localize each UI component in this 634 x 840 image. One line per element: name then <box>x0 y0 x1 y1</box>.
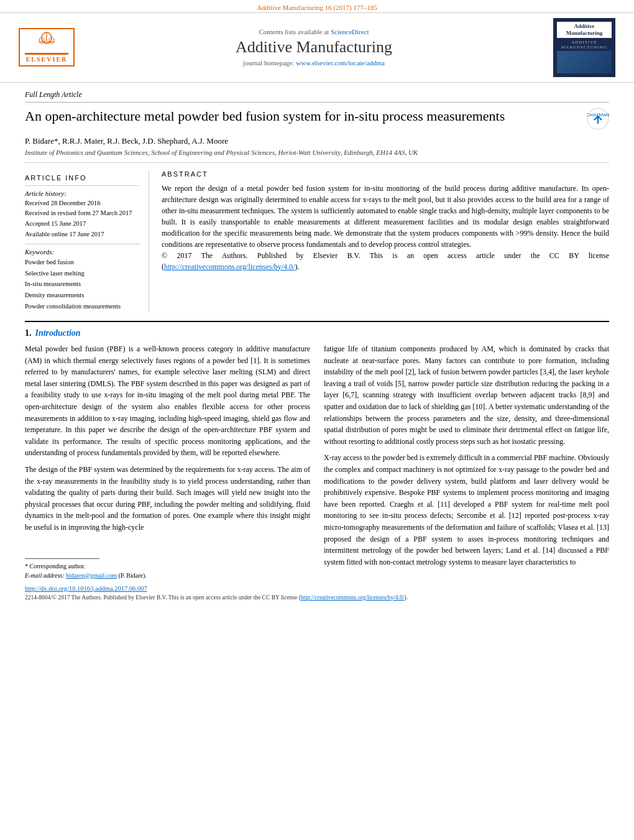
date-accepted: Accepted 15 June 2017 <box>25 219 140 229</box>
article-info-title: ARTICLE INFO <box>25 174 140 182</box>
copyright-line: 2214-8604/© 2017 The Authors. Published … <box>25 594 609 601</box>
footnote-area: * Corresponding author. E-mail address: … <box>25 558 310 580</box>
journal-reference: Additive Manufacturing 16 (2017) 177–185 <box>0 0 634 12</box>
email-link[interactable]: bidarep@gmail.com <box>66 572 117 579</box>
info-divider-2 <box>25 244 140 244</box>
keyword-5: Powder consolidation measurements <box>25 301 140 312</box>
keyword-3: In-situ measurements <box>25 279 140 290</box>
intro-section-number: 1. <box>25 328 32 338</box>
footnote-divider <box>25 558 99 559</box>
journal-header: ELSEVIER Contents lists available at Sci… <box>0 12 634 83</box>
keywords-label: Keywords: <box>25 248 140 256</box>
keyword-4: Density measurements <box>25 290 140 301</box>
crossmark-icon[interactable]: CrossMark <box>587 108 609 130</box>
article-type: Full Length Article <box>25 90 609 103</box>
intro-para-2: The design of the PBF system was determi… <box>25 464 310 533</box>
intro-para-3: fatigue life of titanium components prod… <box>324 343 609 447</box>
cc-license-link[interactable]: http://creativecommons.org/licenses/by/4… <box>164 262 295 271</box>
footnote-corresponding: * Corresponding author. E-mail address: … <box>25 561 310 580</box>
date-online: Available online 17 June 2017 <box>25 229 140 240</box>
article-dates: Received 28 December 2016 Received in re… <box>25 198 140 240</box>
article-title: An open-architecture metal powder bed fu… <box>25 108 577 126</box>
homepage-link[interactable]: www.elsevier.com/locate/addma <box>296 59 385 67</box>
journal-logo: AdditiveManufacturing ADDITIVEMANUFACTUR… <box>553 18 615 77</box>
sciencedirect-link[interactable]: ScienceDirect <box>331 28 369 35</box>
article-info-panel: ARTICLE INFO Article history: Received 2… <box>25 170 149 312</box>
journal-title: Additive Manufacturing <box>87 38 541 57</box>
intro-section-title: Introduction <box>35 328 81 338</box>
article-info-abstract: ARTICLE INFO Article history: Received 2… <box>25 170 609 312</box>
date-received: Received 28 December 2016 <box>25 198 140 209</box>
authors: P. Bidare*, R.R.J. Maier, R.J. Beck, J.D… <box>25 136 609 146</box>
keywords-list: Powder bed fusion Selective laser meltin… <box>25 257 140 312</box>
main-content: Full Length Article An open-architecture… <box>0 83 634 613</box>
copyright-link[interactable]: http://creativecommons.org/licenses/by/4… <box>301 594 405 601</box>
affiliation: Institute of Photonics and Quantum Scien… <box>25 149 609 163</box>
body-column-left: Metal powder bed fusion (PBF) is a well-… <box>25 343 310 580</box>
body-columns: Metal powder bed fusion (PBF) is a well-… <box>25 343 609 580</box>
article-title-row: An open-architecture metal powder bed fu… <box>25 108 609 130</box>
abstract-title: ABSTRACT <box>162 170 609 178</box>
journal-logo-subtitle: ADDITIVEMANUFACTURING <box>557 40 612 50</box>
keyword-1: Powder bed fusion <box>25 257 140 268</box>
elsevier-tree-icon <box>38 32 55 52</box>
journal-logo-title: AdditiveManufacturing <box>559 23 609 37</box>
abstract-section: ABSTRACT We report the design of a metal… <box>162 170 609 312</box>
body-column-right: fatigue life of titanium components prod… <box>324 343 609 580</box>
intro-para-4: X-ray access to the powder bed is extrem… <box>324 452 609 568</box>
doi-link[interactable]: http://dx.doi.org/10.1016/j.addma.2017.0… <box>25 585 147 592</box>
history-label: Article history: <box>25 190 140 197</box>
date-revised: Received in revised form 27 March 2017 <box>25 208 140 219</box>
abstract-text: We report the design of a metal powder b… <box>162 183 609 272</box>
section-divider <box>25 321 609 322</box>
header-center: Contents lists available at ScienceDirec… <box>75 28 553 67</box>
intro-heading-row: 1. Introduction <box>25 328 609 338</box>
intro-para-1: Metal powder bed fusion (PBF) is a well-… <box>25 343 310 459</box>
keyword-2: Selective laser melting <box>25 268 140 279</box>
info-divider-1 <box>25 185 140 186</box>
doi-line: http://dx.doi.org/10.1016/j.addma.2017.0… <box>25 585 609 592</box>
elsevier-logo: ELSEVIER <box>19 28 75 67</box>
